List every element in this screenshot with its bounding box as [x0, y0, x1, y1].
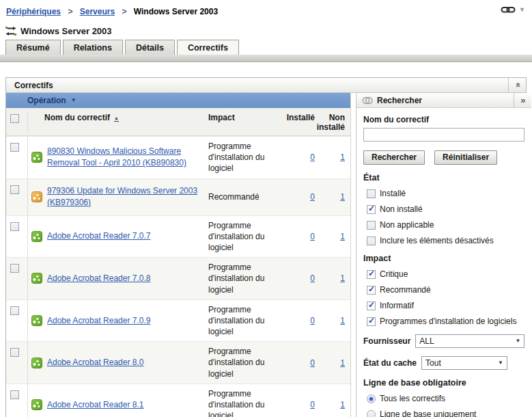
- table-row: Adobe Acrobat Reader 7.0.7 Programme d'i…: [6, 215, 350, 258]
- column-header-installed[interactable]: Installé: [285, 113, 315, 132]
- impact-text: Programme d'installation du logiciel: [208, 262, 281, 295]
- installed-count-link[interactable]: 0: [310, 232, 315, 241]
- tab-bar: Résumé Relations Détails Correctifs: [5, 40, 532, 55]
- installed-count-link[interactable]: 0: [310, 192, 315, 202]
- installed-count-link[interactable]: 0: [310, 152, 315, 162]
- patch-green-icon: [31, 315, 42, 326]
- patch-name-link[interactable]: Adobe Acrobat Reader 7.0.8: [47, 273, 150, 284]
- patch-green-icon: [31, 358, 42, 368]
- filter-option-programmes: Programmes d'installation de logiciels: [367, 317, 524, 326]
- inclure-desactives-checkbox[interactable]: [367, 237, 376, 245]
- row-checkbox[interactable]: [10, 222, 19, 231]
- patch-name-link[interactable]: Adobe Acrobat Reader 7.0.9: [47, 315, 150, 327]
- search-panel-expand-button[interactable]: »: [514, 93, 531, 107]
- patch-name-field-label: Nom du correctif: [363, 115, 524, 124]
- row-checkbox[interactable]: [10, 185, 19, 194]
- dropdown-arrow-icon: ▼: [509, 338, 520, 344]
- fournisseur-row: Fournisseur ALL ▼: [363, 334, 524, 348]
- patch-name-link[interactable]: Adobe Acrobat Reader 8.0: [47, 357, 143, 368]
- filter-option-non-installe: Non installé: [367, 204, 524, 214]
- etat-section-title: État: [363, 173, 524, 183]
- option-label: Critique: [380, 269, 408, 279]
- option-label: Recommandé: [380, 285, 431, 295]
- baseline-section-title: Ligne de base obligatoire: [363, 378, 524, 388]
- impact-text: Programme d'installation du logiciel: [208, 304, 281, 338]
- not-installed-count-link[interactable]: 1: [340, 273, 345, 283]
- patch-name-input[interactable]: [363, 128, 524, 142]
- recommande-checkbox[interactable]: [367, 286, 376, 295]
- non-installe-checkbox[interactable]: [367, 205, 376, 214]
- column-header-not-installed[interactable]: Non installé: [315, 113, 350, 132]
- row-checkbox[interactable]: [10, 143, 19, 152]
- not-installed-count-link[interactable]: 1: [340, 400, 345, 409]
- chain-link-icon[interactable]: [501, 5, 516, 14]
- patch-name-link[interactable]: 890830 Windows Malicious Software Remova…: [47, 146, 203, 169]
- impact-text: Recommandé: [208, 191, 260, 202]
- device-title-text: Windows Server 2003: [20, 26, 112, 36]
- tous-correctifs-radio[interactable]: [367, 394, 376, 403]
- installed-count-link[interactable]: 0: [310, 273, 315, 283]
- column-header-impact[interactable]: Impact: [208, 113, 285, 132]
- non-applicable-checkbox[interactable]: [367, 221, 376, 230]
- cache-value: Tout: [425, 358, 441, 368]
- row-checkbox[interactable]: [10, 264, 19, 273]
- patch-green-icon: [31, 152, 42, 163]
- correctifs-panel-header: Correctifs »: [6, 78, 526, 93]
- breadcrumb-link-serveurs[interactable]: Serveurs: [80, 7, 115, 16]
- patch-name-link[interactable]: Adobe Acrobat Reader 8.1: [47, 399, 143, 411]
- table-row: Adobe Acrobat Reader 7.0.9 Programme d'i…: [6, 299, 350, 342]
- table-row: 890830 Windows Malicious Software Remova…: [6, 136, 350, 178]
- fournisseur-value: ALL: [419, 336, 434, 346]
- reset-button[interactable]: Réinitialiser: [434, 150, 497, 165]
- tab-strip-band: [0, 55, 532, 62]
- page-title: Windows Server 2003: [5, 26, 532, 36]
- not-installed-count-link[interactable]: 1: [340, 192, 345, 202]
- impact-section-title: Impact: [363, 254, 524, 263]
- row-checkbox[interactable]: [10, 348, 19, 357]
- breadcrumb-link-peripheriques[interactable]: Périphériques: [6, 7, 61, 16]
- filter-option-inclure-desactives: Inclure les éléments désactivés: [367, 236, 524, 245]
- breadcrumb-separator: >: [122, 7, 126, 16]
- table-row: Adobe Acrobat Reader 8.1 Programme d'ins…: [6, 384, 350, 417]
- installed-count-link[interactable]: 0: [310, 400, 315, 409]
- sort-ascending-icon[interactable]: [114, 116, 119, 122]
- cache-select[interactable]: Tout ▼: [421, 356, 507, 370]
- search-panel: Rechercher » Nom du correctif Rechercher…: [356, 93, 531, 417]
- informatif-checkbox[interactable]: [367, 301, 376, 310]
- patch-name-link[interactable]: 979306 Update for Windows Server 2003 (K…: [47, 185, 203, 209]
- row-checkbox[interactable]: [10, 306, 19, 315]
- operation-menu[interactable]: Opération ▼: [6, 93, 350, 108]
- panel-collapse-button[interactable]: »: [508, 78, 526, 92]
- filter-option-non-applicable: Non applicable: [367, 220, 524, 230]
- installe-checkbox[interactable]: [367, 189, 376, 198]
- dropdown-arrow-icon: ▼: [71, 98, 76, 103]
- filter-option-critique: Critique: [367, 269, 524, 279]
- fournisseur-select[interactable]: ALL ▼: [415, 334, 524, 348]
- impact-text: Programme d'installation du logiciel: [208, 388, 281, 417]
- installed-count-link[interactable]: 0: [310, 316, 315, 325]
- option-label: Non applicable: [380, 220, 434, 230]
- column-header-name[interactable]: Nom du correctif: [28, 113, 208, 132]
- row-checkbox[interactable]: [10, 390, 19, 399]
- select-all-checkbox[interactable]: [10, 114, 19, 123]
- tab-correctifs[interactable]: Correctifs: [177, 40, 239, 55]
- ligne-base-radio[interactable]: [367, 410, 376, 417]
- operation-menu-label: Opération: [27, 96, 66, 105]
- search-button[interactable]: Rechercher: [363, 150, 425, 165]
- breadcrumb-current: Windows Server 2003: [134, 7, 218, 16]
- tab-resume[interactable]: Résumé: [5, 40, 61, 55]
- header-actions: ▼: [501, 5, 525, 14]
- patch-name-link[interactable]: Adobe Acrobat Reader 7.0.7: [47, 230, 150, 242]
- not-installed-count-link[interactable]: 1: [340, 152, 345, 162]
- critique-checkbox[interactable]: [367, 270, 376, 279]
- installed-count-link[interactable]: 0: [310, 358, 315, 368]
- tab-details[interactable]: Détails: [125, 40, 175, 55]
- dropdown-arrow-icon: ▼: [492, 360, 503, 366]
- not-installed-count-link[interactable]: 1: [340, 316, 345, 325]
- tab-relations[interactable]: Relations: [63, 40, 123, 55]
- baseline-option-all: Tous les correctifs: [367, 394, 524, 403]
- dropdown-arrow-icon[interactable]: ▼: [519, 7, 525, 13]
- programmes-checkbox[interactable]: [367, 317, 376, 326]
- not-installed-count-link[interactable]: 1: [340, 358, 345, 368]
- not-installed-count-link[interactable]: 1: [340, 232, 345, 241]
